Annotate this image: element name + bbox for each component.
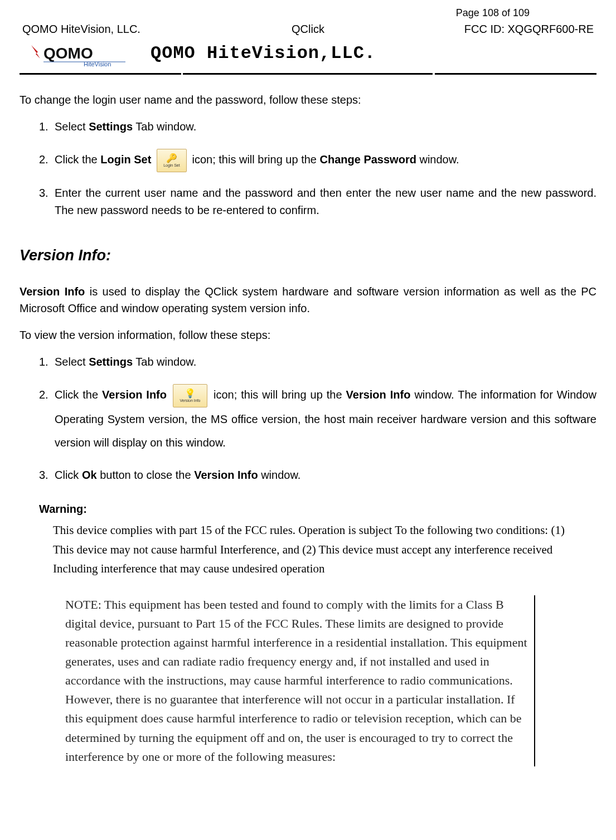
step-number: 1. xyxy=(39,118,48,135)
page-label: Page xyxy=(456,7,482,18)
page-total: 109 xyxy=(513,7,530,18)
header-company: QOMO HiteVision, LLC. xyxy=(22,21,213,37)
step-text: Select xyxy=(55,120,89,133)
step-text: Click the xyxy=(55,389,102,401)
bulb-icon: 💡 xyxy=(185,389,196,398)
step-bold: Settings xyxy=(89,120,133,133)
page-number: Page 108 of 109 xyxy=(20,6,596,21)
header-divider xyxy=(20,73,596,75)
step-text: Select xyxy=(55,356,89,368)
step-text: icon; this will bring up the xyxy=(192,153,319,166)
login-steps: 1. Select Settings Tab window. 2. Click … xyxy=(20,118,596,219)
page-num: 108 xyxy=(482,7,499,18)
step-text: window. xyxy=(416,153,459,166)
step-text: icon; this will bring up the xyxy=(214,389,346,401)
step-bold: Ok xyxy=(82,469,97,481)
version-steps: 1. Select Settings Tab window. 2. Click … xyxy=(20,353,596,484)
version-step-2: 2. Click the Version Info 💡 Version Info… xyxy=(39,383,596,454)
version-step-1: 1. Select Settings Tab window. xyxy=(39,353,596,371)
step-bold: Version Info xyxy=(194,469,258,481)
logo-row: QOMO HiteVision QOMO HiteVision,LLC. xyxy=(20,40,596,69)
step-text: Tab window. xyxy=(133,356,196,368)
step-text: Click xyxy=(55,469,82,481)
step-text: Tab window. xyxy=(133,120,196,133)
header-fcc-id: FCC ID: XQGQRF600-RE xyxy=(403,21,594,37)
version-intro: Version Info is used to display the QCli… xyxy=(20,283,596,317)
version-step-3: 3. Click Ok button to close the Version … xyxy=(39,467,596,484)
warning-body: This device complies with part 15 of the… xyxy=(20,521,596,579)
login-step-3: 3. Enter the current user name and the p… xyxy=(39,184,596,219)
step-bold: Login Set xyxy=(100,153,151,166)
step-number: 3. xyxy=(39,184,48,202)
step-text: Click the xyxy=(55,153,100,166)
key-icon: 🔑 xyxy=(166,154,177,163)
qomo-logo: QOMO HiteVision xyxy=(28,42,128,69)
page-header: Page 108 of 109 QOMO HiteVision, LLC. QC… xyxy=(20,6,596,69)
step-bold: Version Info xyxy=(102,389,167,401)
version-intro-bold: Version Info xyxy=(20,285,85,298)
version-info-heading: Version Info: xyxy=(20,244,596,267)
company-title: QOMO HiteVision,LLC. xyxy=(151,40,376,69)
step-text: button to close the xyxy=(97,469,195,481)
login-step-2: 2. Click the Login Set 🔑 Login Set icon;… xyxy=(39,148,596,172)
icon-label: Version Info xyxy=(180,399,201,402)
icon-label: Login Set xyxy=(163,163,180,167)
version-info-icon: 💡 Version Info xyxy=(173,384,207,407)
step-number: 2. xyxy=(39,148,48,171)
step-number: 2. xyxy=(39,383,48,406)
login-intro: To change the login user name and the pa… xyxy=(20,91,596,108)
page-of: of xyxy=(499,7,513,18)
header-product: QClick xyxy=(213,21,404,37)
step-bold: Settings xyxy=(89,356,133,368)
step-text: Enter the current user name and the pass… xyxy=(55,187,596,216)
header-info-row: QOMO HiteVision, LLC. QClick FCC ID: XQG… xyxy=(20,21,596,37)
fcc-note-block: NOTE: This equipment has been tested and… xyxy=(64,595,535,766)
login-step-1: 1. Select Settings Tab window. xyxy=(39,118,596,135)
version-intro-text: is used to display the QClick system har… xyxy=(20,285,596,314)
warning-heading: Warning: xyxy=(20,501,596,517)
step-number: 1. xyxy=(39,353,48,371)
step-bold: Change Password xyxy=(320,153,416,166)
version-intro2: To view the version information, follow … xyxy=(20,327,596,343)
step-number: 3. xyxy=(39,467,48,484)
step-text: window. xyxy=(258,469,301,481)
login-set-icon: 🔑 Login Set xyxy=(157,149,187,172)
step-bold: Version Info xyxy=(346,389,411,401)
logo-main-text: QOMO xyxy=(43,45,93,62)
